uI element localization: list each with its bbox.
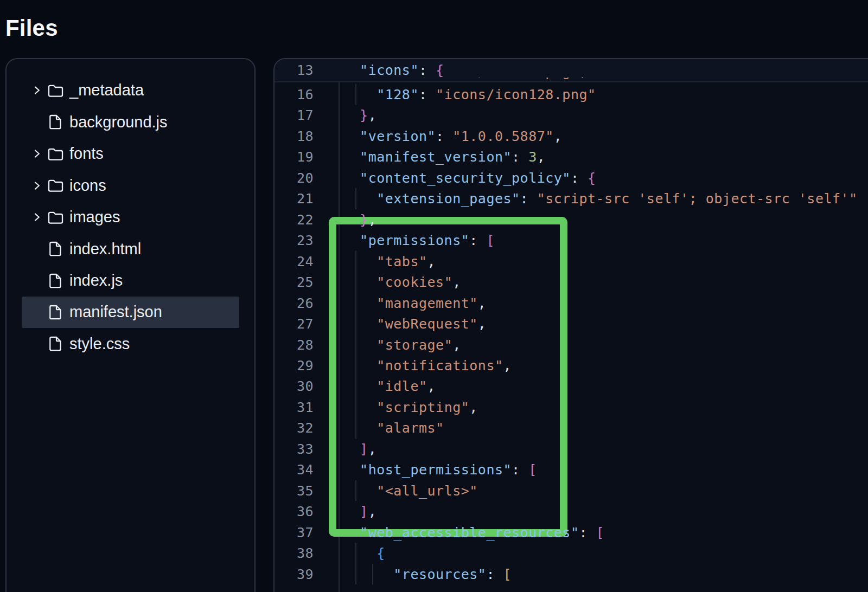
code-line-33[interactable]: 33 ], xyxy=(275,439,868,460)
token-b1: { xyxy=(588,170,596,186)
file-tree-item-background-js[interactable]: background.js xyxy=(22,106,239,138)
code-line-text: "web_accessible_resources": [ xyxy=(343,522,604,543)
code-line-text: "host_permissions": [ xyxy=(343,459,537,480)
line-number: 28 xyxy=(275,334,314,356)
code-line-23[interactable]: 23 "permissions": [ xyxy=(275,230,868,251)
token-str: "<all_urls>" xyxy=(376,483,478,499)
chevron-right-icon[interactable] xyxy=(31,180,42,191)
token-num: 3 xyxy=(528,149,537,165)
code-line-31[interactable]: 31 "scripting", xyxy=(275,397,868,418)
file-tree-item-index-js[interactable]: index.js xyxy=(22,265,239,297)
code-line-34[interactable]: 34 "host_permissions": [ xyxy=(275,459,868,480)
code-line-39[interactable]: 39 "resources": [ xyxy=(275,564,868,585)
token-punc: , xyxy=(503,358,512,374)
line-number: 16 xyxy=(275,84,314,105)
code-line-18[interactable]: 18 "version": "1.0.0.5887", xyxy=(275,126,868,147)
code-line-21[interactable]: 21 "extension_pages": "script-src 'self'… xyxy=(275,188,868,209)
code-line-text: "alarms" xyxy=(343,417,444,439)
file-icon xyxy=(47,304,63,320)
token-key: "resources" xyxy=(393,567,486,582)
chevron-right-icon[interactable] xyxy=(31,85,42,96)
token-punc: : xyxy=(419,87,436,102)
code-line-text: "version": "1.0.0.5887", xyxy=(343,126,562,147)
token-str: "management" xyxy=(376,295,478,311)
code-line-28[interactable]: 28 "storage", xyxy=(275,334,868,356)
file-tree-item-index-html[interactable]: index.html xyxy=(22,233,239,265)
line-number: 32 xyxy=(275,417,314,439)
token-str: "notifications" xyxy=(376,358,503,374)
file-tree-item--metadata[interactable]: _metadata xyxy=(22,75,239,106)
file-icon xyxy=(47,273,63,289)
code-line-26[interactable]: 26 "management", xyxy=(275,293,868,314)
file-tree-item-style-css[interactable]: style.css xyxy=(22,328,239,359)
code-editor-panel[interactable]: 16 "128": "icons/icon128.png"17 },18 "ve… xyxy=(273,58,868,592)
token-str: "icons/icon128.png" xyxy=(436,87,596,102)
code-line-24[interactable]: 24 "tabs", xyxy=(275,251,868,272)
folder-icon xyxy=(47,177,63,194)
file-icon xyxy=(47,241,63,257)
file-name: index.html xyxy=(69,240,141,258)
code-line-37[interactable]: 37 "web_accessible_resources": [ xyxy=(275,522,868,543)
file-tree-item-icons[interactable]: icons xyxy=(22,170,239,201)
token-punc: , xyxy=(452,274,461,290)
token-punc: : xyxy=(486,567,503,582)
token-key: "extension_pages" xyxy=(376,191,520,207)
line-number: 37 xyxy=(275,522,314,543)
token-str: "script-src 'self'; object-src 'self'" xyxy=(537,191,858,207)
code-line-text: "48": "icons/icon48.png", xyxy=(343,78,831,81)
code-line-22[interactable]: 22 }, xyxy=(275,209,868,230)
code-line-38[interactable]: 38 { xyxy=(275,543,868,564)
code-line-19[interactable]: 19 "manifest_version": 3, xyxy=(275,146,868,168)
code-line-17[interactable]: 17 }, xyxy=(275,105,868,126)
file-name: manifest.json xyxy=(69,303,162,321)
token-b1: [ xyxy=(486,233,495,248)
chevron-right-icon[interactable] xyxy=(31,148,42,159)
token-key: "permissions" xyxy=(360,233,469,248)
code-line-text: "notifications", xyxy=(343,355,512,376)
file-name: style.css xyxy=(69,335,130,353)
code-line-text: "manifest_version": 3, xyxy=(343,146,545,168)
token-str: "idle" xyxy=(376,378,427,394)
token-b1: } xyxy=(360,107,368,123)
token-b1: ] xyxy=(360,441,368,457)
code-line-36[interactable]: 36 ], xyxy=(275,501,868,522)
files-panel: _metadatabackground.jsfontsiconsimagesin… xyxy=(5,58,256,592)
token-key: "manifest_version" xyxy=(360,149,512,165)
code-line-27[interactable]: 27 "webRequest", xyxy=(275,313,868,334)
chevron-right-icon[interactable] xyxy=(31,211,42,223)
file-tree-item-images[interactable]: images xyxy=(22,202,239,233)
file-tree-item-manifest-json[interactable]: manifest.json xyxy=(22,297,239,328)
token-str: "cookies" xyxy=(376,274,452,290)
code-line-35[interactable]: 35 "<all_urls>" xyxy=(275,480,868,501)
code-line-text: "management", xyxy=(343,293,486,314)
token-str: "webRequest" xyxy=(376,316,478,332)
file-name: images xyxy=(69,208,120,226)
code-line-text: "cookies", xyxy=(343,272,461,293)
token-punc: , xyxy=(478,295,487,311)
code-line-30[interactable]: 30 "idle", xyxy=(275,376,868,397)
code-line-16[interactable]: 16 "128": "icons/icon128.png" xyxy=(275,84,868,105)
token-punc: : xyxy=(469,233,486,248)
token-punc: : xyxy=(419,62,436,78)
code-line-text: ], xyxy=(343,501,376,522)
token-punc: , xyxy=(478,316,487,332)
token-str: "1.0.0.5887" xyxy=(452,128,554,144)
code-line-32[interactable]: 32 "alarms" xyxy=(275,417,868,439)
line-number: 22 xyxy=(275,209,314,230)
token-punc: , xyxy=(368,441,377,457)
code-line-text: "128": "icons/icon128.png" xyxy=(343,84,596,105)
code-line-20[interactable]: 20 "content_security_policy": { xyxy=(275,168,868,189)
line-number: 21 xyxy=(275,188,314,209)
code-line-text: "permissions": [ xyxy=(343,230,495,251)
editor-sticky-header[interactable]: 13 "icons": { "48": "icons/icon48.png", xyxy=(275,59,868,82)
code-line-text: "resources": [ xyxy=(343,564,512,585)
token-punc: : xyxy=(512,462,528,478)
token-key: "web_accessible_resources" xyxy=(360,525,579,540)
file-tree-item-fonts[interactable]: fonts xyxy=(22,138,239,170)
line-number: 26 xyxy=(275,293,314,314)
token-str: "tabs" xyxy=(376,254,427,269)
file-name: index.js xyxy=(69,272,123,289)
code-line-25[interactable]: 25 "cookies", xyxy=(275,272,868,293)
code-line-29[interactable]: 29 "notifications", xyxy=(275,355,868,376)
code-line-text: "scripting", xyxy=(343,397,478,418)
